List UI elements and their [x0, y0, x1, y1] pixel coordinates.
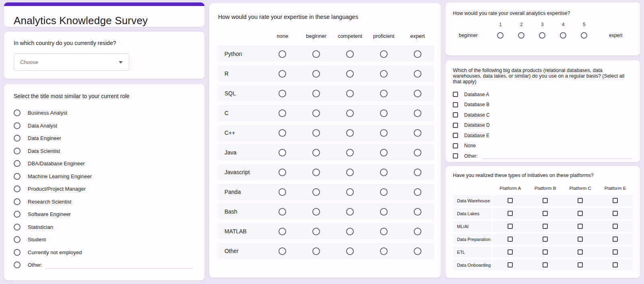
checkbox-icon[interactable] — [453, 153, 458, 158]
radio-icon[interactable] — [346, 247, 354, 255]
radio-icon[interactable] — [380, 129, 388, 137]
bigdata-option[interactable]: None — [453, 141, 632, 151]
radio-icon[interactable] — [14, 135, 21, 142]
radio-icon[interactable] — [279, 50, 286, 58]
checkbox-icon[interactable] — [543, 211, 548, 216]
radio-icon[interactable] — [581, 32, 587, 39]
radio-icon[interactable] — [380, 50, 388, 58]
checkbox-icon[interactable] — [543, 224, 548, 229]
checkbox-icon[interactable] — [453, 102, 458, 107]
checkbox-icon[interactable] — [613, 262, 618, 268]
other-text-input-line[interactable] — [46, 261, 193, 269]
radio-icon[interactable] — [414, 70, 421, 78]
radio-icon[interactable] — [518, 32, 524, 39]
radio-icon[interactable] — [346, 129, 354, 137]
radio-icon[interactable] — [312, 228, 320, 235]
radio-icon[interactable] — [14, 249, 21, 256]
radio-icon[interactable] — [312, 169, 320, 176]
bigdata-other-option[interactable]: Other: — [453, 151, 632, 161]
role-option[interactable]: Data Scientist — [14, 145, 195, 158]
checkbox-icon[interactable] — [613, 237, 618, 242]
checkbox-icon[interactable] — [508, 237, 513, 242]
checkbox-icon[interactable] — [613, 211, 618, 216]
checkbox-icon[interactable] — [578, 249, 583, 255]
radio-icon[interactable] — [414, 90, 421, 97]
radio-icon[interactable] — [14, 211, 21, 218]
radio-icon[interactable] — [539, 32, 545, 39]
radio-icon[interactable] — [279, 70, 286, 78]
bigdata-option[interactable]: Database C — [453, 110, 632, 120]
radio-icon[interactable] — [380, 70, 388, 78]
checkbox-icon[interactable] — [508, 198, 513, 203]
checkbox-icon[interactable] — [578, 224, 583, 229]
radio-icon[interactable] — [312, 208, 320, 216]
checkbox-icon[interactable] — [508, 262, 513, 268]
role-option[interactable]: Product/Project Manager — [14, 183, 195, 196]
bigdata-option[interactable]: Database B — [453, 100, 632, 110]
radio-icon[interactable] — [380, 169, 388, 176]
radio-icon[interactable] — [380, 188, 388, 196]
radio-icon[interactable] — [380, 208, 388, 216]
radio-icon[interactable] — [414, 247, 421, 255]
checkbox-icon[interactable] — [453, 143, 458, 148]
role-option[interactable]: Data Engineer — [14, 132, 195, 145]
role-option[interactable]: Currently not employed — [14, 246, 195, 259]
radio-icon[interactable] — [346, 228, 354, 235]
checkbox-icon[interactable] — [578, 237, 583, 242]
role-option[interactable]: Student — [14, 233, 195, 246]
radio-icon[interactable] — [14, 109, 21, 116]
radio-icon[interactable] — [14, 261, 21, 268]
radio-icon[interactable] — [560, 32, 566, 39]
radio-icon[interactable] — [14, 160, 21, 167]
role-option[interactable]: Research Scientist — [14, 196, 195, 208]
radio-icon[interactable] — [346, 188, 354, 196]
radio-icon[interactable] — [14, 224, 21, 230]
checkbox-icon[interactable] — [508, 249, 513, 255]
checkbox-icon[interactable] — [543, 237, 548, 242]
bigdata-option[interactable]: Database E — [453, 130, 632, 141]
bigdata-option[interactable]: Database D — [453, 120, 632, 131]
role-option[interactable]: Business Analyst — [14, 107, 195, 119]
radio-icon[interactable] — [279, 109, 286, 117]
checkbox-icon[interactable] — [453, 92, 458, 97]
radio-icon[interactable] — [312, 188, 320, 196]
radio-icon[interactable] — [380, 149, 388, 156]
radio-icon[interactable] — [279, 228, 286, 235]
radio-icon[interactable] — [279, 90, 286, 97]
radio-icon[interactable] — [414, 50, 421, 58]
checkbox-icon[interactable] — [543, 198, 548, 203]
checkbox-icon[interactable] — [543, 262, 548, 268]
radio-icon[interactable] — [14, 198, 21, 205]
checkbox-icon[interactable] — [543, 249, 548, 255]
checkbox-icon[interactable] — [578, 262, 583, 268]
role-option[interactable]: Software Engineer — [14, 208, 195, 221]
role-option[interactable]: Statistician — [14, 221, 195, 234]
radio-icon[interactable] — [497, 32, 504, 39]
radio-icon[interactable] — [414, 109, 421, 117]
country-dropdown[interactable]: Choose — [14, 54, 129, 71]
radio-icon[interactable] — [279, 247, 286, 255]
radio-icon[interactable] — [14, 148, 21, 154]
radio-icon[interactable] — [279, 188, 286, 196]
other-text-input-line[interactable] — [483, 153, 632, 159]
radio-icon[interactable] — [312, 90, 320, 97]
checkbox-icon[interactable] — [508, 211, 513, 216]
radio-icon[interactable] — [414, 169, 421, 176]
radio-icon[interactable] — [312, 247, 320, 255]
radio-icon[interactable] — [346, 208, 354, 216]
radio-icon[interactable] — [414, 188, 421, 196]
radio-icon[interactable] — [312, 129, 320, 137]
checkbox-icon[interactable] — [613, 249, 618, 255]
checkbox-icon[interactable] — [453, 123, 458, 128]
radio-icon[interactable] — [14, 185, 21, 192]
radio-icon[interactable] — [414, 208, 421, 216]
radio-icon[interactable] — [414, 228, 421, 235]
radio-icon[interactable] — [346, 50, 354, 58]
radio-icon[interactable] — [346, 169, 354, 176]
checkbox-icon[interactable] — [578, 198, 583, 203]
radio-icon[interactable] — [380, 109, 388, 117]
radio-icon[interactable] — [312, 149, 320, 156]
radio-icon[interactable] — [279, 149, 286, 156]
radio-icon[interactable] — [380, 228, 388, 235]
checkbox-icon[interactable] — [453, 133, 458, 138]
